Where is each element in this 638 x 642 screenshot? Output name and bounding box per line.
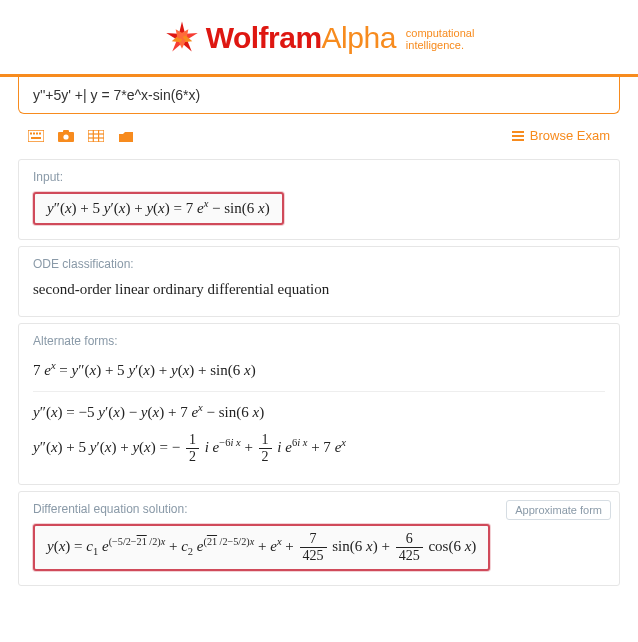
ode-classification-text: second-order linear ordinary differentia…	[33, 279, 605, 302]
pod-input: Input: y″(x) + 5 y′(x) + y(x) = 7 ex − s…	[18, 159, 620, 240]
pod-solution: Approximate form Differential equation s…	[18, 491, 620, 586]
search-container	[0, 74, 638, 114]
toolbar: Browse Exam	[0, 114, 638, 155]
data-input-icon[interactable]	[88, 129, 104, 143]
file-upload-icon[interactable]	[118, 129, 134, 143]
svg-rect-14	[39, 132, 41, 134]
svg-rect-19	[88, 130, 104, 142]
results: Input: y″(x) + 5 y′(x) + y(x) = 7 ex − s…	[0, 159, 638, 586]
alt-form-1: 7 ex = y″(x) + 5 y′(x) + y(x) + sin(6 x)	[33, 356, 605, 385]
pod-alternate-forms: Alternate forms: 7 ex = y″(x) + 5 y′(x) …	[18, 323, 620, 485]
image-upload-icon[interactable]	[58, 129, 74, 143]
alt-form-3: y″(x) + 5 y′(x) + y(x) = − 12 i e−6i x +…	[33, 427, 605, 470]
search-box[interactable]	[18, 77, 620, 114]
svg-rect-13	[36, 132, 38, 134]
svg-point-18	[63, 134, 68, 139]
search-input[interactable]	[33, 87, 605, 103]
solution-expression: y(x) = c1 e(−5/2−21 /2)x + c2 e(21 /2−5/…	[33, 524, 490, 571]
header: WolframAlpha computational intelligence.	[0, 0, 638, 74]
input-mode-icons	[28, 129, 134, 143]
browse-examples-link[interactable]: Browse Exam	[512, 128, 610, 143]
extended-keyboard-icon[interactable]	[28, 129, 44, 143]
input-expression: y″(x) + 5 y′(x) + y(x) = 7 ex − sin(6 x)	[33, 192, 284, 225]
pod-title: Alternate forms:	[19, 324, 619, 356]
svg-rect-15	[31, 137, 41, 139]
approximate-form-button[interactable]: Approximate form	[506, 500, 611, 520]
hamburger-icon	[512, 131, 524, 141]
pod-title: ODE classification:	[19, 247, 619, 279]
spikey-icon	[164, 20, 200, 56]
logo[interactable]: WolframAlpha computational intelligence.	[164, 20, 475, 56]
pod-ode-classification: ODE classification: second-order linear …	[18, 246, 620, 317]
svg-rect-11	[30, 132, 32, 134]
alt-form-2: y″(x) = −5 y′(x) − y(x) + 7 ex − sin(6 x…	[33, 398, 605, 427]
svg-rect-12	[33, 132, 35, 134]
divider	[33, 391, 605, 392]
svg-rect-10	[28, 130, 44, 142]
logo-tagline: computational intelligence.	[406, 27, 475, 51]
svg-rect-17	[63, 130, 69, 133]
pod-title: Input:	[19, 160, 619, 192]
logo-text: WolframAlpha	[206, 21, 396, 55]
